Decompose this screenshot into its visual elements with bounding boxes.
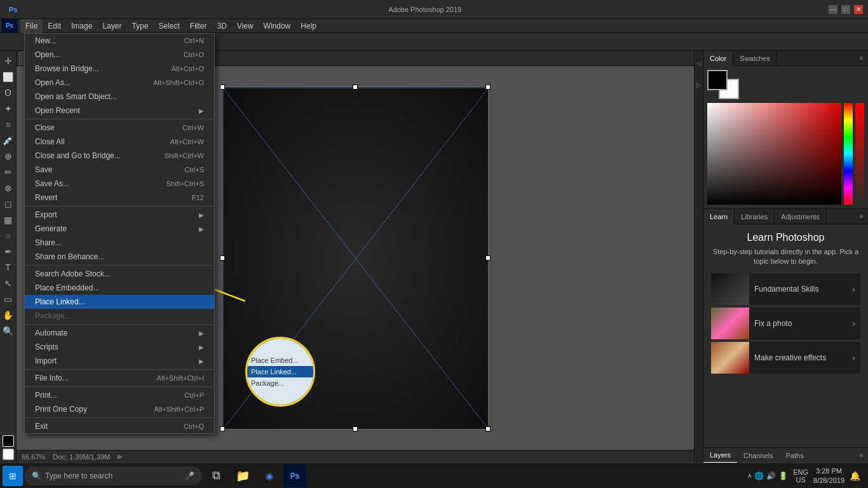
tab-learn[interactable]: Learn: [703, 209, 735, 224]
color-panel-menu[interactable]: ≡: [855, 51, 868, 66]
tool-pen[interactable]: ✒: [1, 244, 16, 259]
menu-search-stock[interactable]: Search Adobe Stock...: [25, 267, 214, 281]
color-saturation-brightness[interactable]: [707, 103, 841, 205]
tool-eraser[interactable]: ◻: [1, 196, 16, 212]
handle-ml[interactable]: [220, 255, 225, 261]
tray-battery[interactable]: 🔋: [778, 471, 788, 480]
hue-slider[interactable]: [844, 103, 853, 205]
foreground-color[interactable]: [707, 70, 728, 90]
learn-card-fundamental[interactable]: Fundamental Skills ›: [711, 273, 860, 305]
menu-open-smart[interactable]: Open as Smart Object...: [25, 90, 214, 104]
taskbar-chrome[interactable]: ◉: [257, 463, 282, 489]
handle-mr[interactable]: [485, 255, 491, 261]
menu-exit[interactable]: ExitCtrl+Q: [25, 419, 214, 433]
tool-dodge[interactable]: ○: [1, 228, 16, 243]
start-button[interactable]: ⊞: [3, 466, 23, 486]
tab-swatches[interactable]: Swatches: [733, 51, 777, 66]
menu-scripts[interactable]: Scripts▶: [25, 340, 214, 354]
menu-view[interactable]: View: [232, 19, 259, 33]
menu-automate[interactable]: Automate▶: [25, 326, 214, 340]
minimize-button[interactable]: —: [829, 5, 837, 14]
menu-export[interactable]: Export▶: [25, 208, 214, 222]
menu-browse-bridge[interactable]: Browse in Bridge...Alt+Ctrl+O: [25, 62, 214, 76]
tab-color[interactable]: Color: [703, 51, 733, 66]
menu-file[interactable]: File: [20, 19, 43, 33]
tool-fg-color[interactable]: [3, 435, 14, 447]
tool-eyedropper[interactable]: 💉: [1, 133, 16, 148]
close-button[interactable]: ✕: [854, 5, 863, 14]
tray-volume[interactable]: 🔊: [766, 471, 776, 480]
tool-rect-select[interactable]: ⬜: [1, 69, 16, 85]
tool-hand[interactable]: ✋: [1, 308, 16, 323]
menu-filter[interactable]: Filter: [185, 19, 212, 33]
menu-file-info[interactable]: File Info...Alt+Shift+Ctrl+I: [25, 371, 214, 385]
tool-gradient[interactable]: ▦: [1, 212, 16, 227]
handle-tc[interactable]: [353, 85, 358, 90]
tool-move[interactable]: ✛: [1, 53, 16, 69]
menu-open[interactable]: Open...Ctrl+O: [25, 48, 214, 62]
tool-heal[interactable]: ⊕: [1, 149, 16, 164]
taskbar-photoshop[interactable]: Ps: [283, 464, 306, 487]
tool-lasso[interactable]: ʘ: [1, 85, 16, 100]
maximize-button[interactable]: □: [841, 5, 850, 14]
menu-open-as[interactable]: Open As...Alt+Shift+Ctrl+O: [25, 76, 214, 90]
menu-generate[interactable]: Generate▶: [25, 222, 214, 236]
taskbar-taskview[interactable]: ⧉: [203, 463, 229, 489]
tab-layers[interactable]: Layers: [703, 448, 737, 463]
tool-path-select[interactable]: ↖: [1, 276, 16, 291]
tab-paths[interactable]: Paths: [780, 448, 810, 463]
taskbar-search[interactable]: 🔍 Type here to search 🎤: [24, 466, 202, 485]
learn-card-fix-photo[interactable]: Fix a photo ›: [711, 308, 860, 339]
menu-new[interactable]: New...Ctrl+N: [25, 34, 214, 48]
handle-tr[interactable]: [485, 85, 491, 90]
handle-bc[interactable]: [353, 426, 358, 431]
opacity-slider[interactable]: [855, 103, 864, 205]
menu-image[interactable]: Image: [66, 19, 97, 33]
menu-close-all[interactable]: Close AllAlt+Ctrl+W: [25, 135, 214, 149]
learn-panel-menu[interactable]: ≡: [855, 209, 868, 224]
notification-icon[interactable]: 🔔: [850, 471, 860, 481]
tool-magic-wand[interactable]: ✦: [1, 101, 16, 116]
menu-share-behance[interactable]: Share on Behance...: [25, 250, 214, 264]
menu-save-as[interactable]: Save As...Shift+Ctrl+S: [25, 177, 214, 191]
menu-3d[interactable]: 3D: [212, 19, 231, 33]
tool-shape[interactable]: ▭: [1, 292, 16, 307]
menu-place-embedded[interactable]: Place Embedded...: [25, 281, 214, 295]
menu-open-recent[interactable]: Open Recent▶: [25, 104, 214, 118]
tool-type[interactable]: T: [1, 260, 16, 275]
tool-bg-color[interactable]: [3, 449, 14, 460]
tab-adjustments[interactable]: Adjustments: [775, 209, 827, 224]
tray-arrow[interactable]: ∧: [747, 472, 752, 479]
tab-channels[interactable]: Channels: [737, 448, 779, 463]
menu-share[interactable]: Share...: [25, 236, 214, 250]
tool-clone[interactable]: ⊗: [1, 180, 16, 196]
collapse-icon[interactable]: ◁: [695, 53, 703, 72]
menu-help[interactable]: Help: [295, 19, 322, 33]
handle-tl[interactable]: [220, 85, 225, 90]
menu-print-one[interactable]: Print One CopyAlt+Shift+Ctrl+P: [25, 402, 214, 416]
menu-save[interactable]: SaveCtrl+S: [25, 163, 214, 177]
menu-edit[interactable]: Edit: [43, 19, 66, 33]
tool-crop[interactable]: ⌗: [1, 117, 16, 132]
layers-panel-menu[interactable]: ≡: [855, 448, 868, 463]
menu-import[interactable]: Import▶: [25, 354, 214, 368]
menu-select[interactable]: Select: [153, 19, 184, 33]
menu-close[interactable]: CloseCtrl+W: [25, 121, 214, 135]
handle-br[interactable]: [485, 426, 491, 431]
taskbar-file-explorer[interactable]: 📁: [230, 463, 255, 489]
menu-place-linked[interactable]: Place Linked...: [25, 295, 214, 309]
menu-type[interactable]: Type: [126, 19, 153, 33]
tray-network[interactable]: 🌐: [754, 471, 764, 480]
menu-layer[interactable]: Layer: [97, 19, 126, 33]
tab-libraries[interactable]: Libraries: [735, 209, 775, 224]
handle-bl[interactable]: [220, 426, 225, 431]
tool-brush[interactable]: ✏: [1, 165, 16, 180]
menu-window[interactable]: Window: [259, 19, 296, 33]
tool-zoom[interactable]: 🔍: [1, 323, 16, 339]
menu-close-bridge[interactable]: Close and Go to Bridge...Shift+Ctrl+W: [25, 149, 214, 163]
clock[interactable]: 3:28 PM 8/28/2019: [813, 466, 844, 485]
menu-print[interactable]: Print...Ctrl+P: [25, 388, 214, 402]
menu-revert[interactable]: RevertF12: [25, 191, 214, 205]
expand-icon[interactable]: ▷: [695, 75, 703, 94]
learn-card-creative[interactable]: Make creative effects ›: [711, 342, 860, 374]
